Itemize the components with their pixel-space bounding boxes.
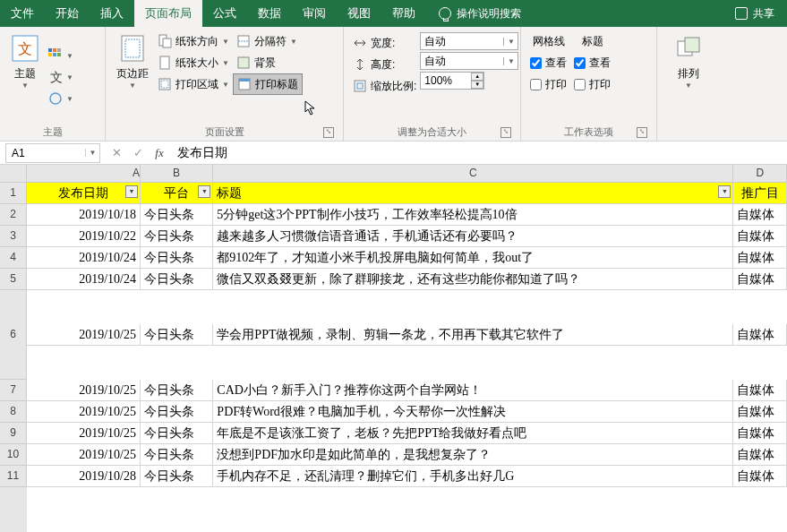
cell[interactable]: 今日头条 (141, 423, 213, 444)
cell[interactable]: 今日头条 (141, 226, 213, 247)
page-setup-launcher[interactable]: ⤡ (323, 127, 334, 138)
sheet-options-launcher[interactable]: ⤡ (637, 127, 647, 138)
row-header[interactable]: 1 (0, 183, 27, 204)
cell[interactable]: 越来越多人习惯微信语音通话，手机通话还有必要吗？ (213, 226, 733, 247)
row-header[interactable]: 5 (0, 269, 27, 290)
print-area-button[interactable]: 打印区域 ▼ (154, 73, 233, 95)
tab-review[interactable]: 审阅 (292, 0, 337, 27)
cell[interactable]: 自媒体 (733, 269, 787, 290)
row-header[interactable]: 9 (0, 423, 27, 444)
row-header[interactable]: 3 (0, 226, 27, 247)
cell[interactable]: 年底是不是该涨工资了，老板？先把PPT给我做好看点吧 (213, 423, 733, 444)
cell[interactable]: 2019/10/25 (27, 324, 141, 346)
size-button[interactable]: 纸张大小 ▼ (154, 52, 233, 73)
breaks-button[interactable]: 分隔符 ▼ (233, 30, 303, 52)
cell[interactable]: 今日头条 (141, 204, 213, 226)
cancel-icon[interactable]: ✕ (106, 146, 127, 159)
col-header-a[interactable]: A (27, 165, 141, 183)
arrange-button[interactable]: 排列 ▼ (669, 30, 708, 137)
gridlines-print-check[interactable]: 打印 (526, 73, 570, 95)
cell[interactable]: 今日头条 (141, 401, 213, 423)
filter-icon[interactable]: ▼ (718, 185, 731, 198)
col-header-c[interactable]: C (213, 165, 733, 183)
cell[interactable]: 2019/10/25 (27, 423, 141, 444)
row-header[interactable]: 4 (0, 247, 27, 269)
background-button[interactable]: 背景 (233, 52, 303, 73)
orientation-button[interactable]: 纸张方向 ▼ (154, 30, 233, 52)
enter-icon[interactable]: ✓ (127, 146, 149, 159)
cell[interactable]: 2019/10/22 (27, 226, 141, 247)
cell[interactable]: 自媒体 (733, 204, 787, 226)
tab-page-layout[interactable]: 页面布局 (134, 0, 202, 27)
cell[interactable]: 都9102年了，才知道小米手机投屏电脑如何简单，我out了 (213, 247, 733, 269)
tab-data[interactable]: 数据 (247, 0, 292, 27)
cell[interactable]: 自媒体 (733, 423, 787, 444)
header-platform[interactable]: 平台▼ (141, 183, 213, 204)
row-header[interactable]: 7 (0, 380, 27, 401)
row-header[interactable]: 11 (0, 466, 27, 487)
name-box[interactable]: A1▼ (5, 143, 100, 163)
tab-help[interactable]: 帮助 (381, 0, 426, 27)
header-title[interactable]: 标题▼ (213, 183, 733, 204)
share-button[interactable]: 共享 (723, 6, 787, 21)
cell[interactable]: 今日头条 (141, 324, 213, 346)
filter-icon[interactable]: ▼ (125, 185, 138, 198)
col-header-d[interactable]: D (733, 165, 787, 183)
tab-file[interactable]: 文件 (0, 0, 45, 27)
cell[interactable]: 2019/10/18 (27, 204, 141, 226)
scale-spinner[interactable]: 100%▲▼ (420, 72, 484, 90)
cell[interactable]: 今日头条 (141, 380, 213, 401)
header-date[interactable]: 发布日期▼ (27, 183, 141, 204)
cell[interactable]: 自媒体 (733, 444, 787, 466)
cell[interactable]: 2019/10/24 (27, 247, 141, 269)
tell-me-search[interactable]: 操作说明搜索 (439, 6, 521, 21)
width-combo[interactable]: 自动▼ (420, 32, 518, 50)
cell[interactable]: 自媒体 (733, 324, 787, 346)
cell[interactable]: 没想到PDF加水印是如此简单的，是我想复杂了？ (213, 444, 733, 466)
cell[interactable]: 自媒体 (733, 226, 787, 247)
effects-button[interactable]: ▼ (45, 88, 77, 109)
cell[interactable]: 学会用PPT做视频，录制、剪辑一条龙，不用再下载其它软件了 (213, 324, 733, 346)
tab-view[interactable]: 视图 (337, 0, 381, 27)
themes-button[interactable]: 文 主题 ▼ (5, 30, 45, 124)
cell[interactable]: 自媒体 (733, 401, 787, 423)
fx-icon[interactable]: fx (149, 146, 170, 160)
cell[interactable]: 2019/10/24 (27, 269, 141, 290)
header-promo[interactable]: 推广目 (733, 183, 787, 204)
cell[interactable]: 自媒体 (733, 247, 787, 269)
col-header-b[interactable]: B (141, 165, 213, 183)
cell[interactable]: 今日头条 (141, 247, 213, 269)
row-header[interactable]: 10 (0, 444, 27, 466)
row-header[interactable]: 2 (0, 204, 27, 226)
cell[interactable]: 今日头条 (141, 466, 213, 487)
scale-launcher[interactable]: ⤡ (500, 127, 511, 138)
filter-icon[interactable]: ▼ (198, 185, 210, 198)
cell[interactable]: 2019/10/25 (27, 380, 141, 401)
headings-view-check[interactable]: 查看 (570, 52, 614, 73)
cell[interactable]: 2019/10/28 (27, 466, 141, 487)
gridlines-view-check[interactable]: 查看 (526, 52, 570, 73)
cell[interactable]: 5分钟get这3个PPT制作小技巧，工作效率轻松提高10倍 (213, 204, 733, 226)
cell[interactable]: 2019/10/25 (27, 401, 141, 423)
tab-home[interactable]: 开始 (45, 0, 90, 27)
cell[interactable]: CAD小白？新手入门？推荐你这两个自学网站！ (213, 380, 733, 401)
select-all-triangle[interactable] (0, 165, 27, 183)
cell[interactable]: 自媒体 (733, 380, 787, 401)
formula-input[interactable]: 发布日期 (170, 145, 787, 161)
cell[interactable]: 2019/10/25 (27, 444, 141, 466)
cell[interactable]: PDF转Word很难？电脑加手机，今天帮你一次性解决 (213, 401, 733, 423)
row-header[interactable]: 8 (0, 401, 27, 423)
colors-button[interactable]: ▼ (45, 45, 77, 66)
tab-insert[interactable]: 插入 (90, 0, 134, 27)
fonts-button[interactable]: 文▼ (45, 66, 77, 88)
cell[interactable]: 今日头条 (141, 444, 213, 466)
cell[interactable]: 今日头条 (141, 269, 213, 290)
row-header[interactable]: 6 (0, 290, 27, 380)
headings-print-check[interactable]: 打印 (570, 73, 614, 95)
print-titles-button[interactable]: 打印标题 (233, 73, 303, 95)
margins-button[interactable]: 页边距 ▼ (111, 30, 154, 124)
cell[interactable]: 自媒体 (733, 466, 787, 487)
tab-formula[interactable]: 公式 (202, 0, 247, 27)
height-combo[interactable]: 自动▼ (420, 52, 518, 70)
cell[interactable]: 手机内存不足，还乱清理？删掉它们，手机多出好几G (213, 466, 733, 487)
